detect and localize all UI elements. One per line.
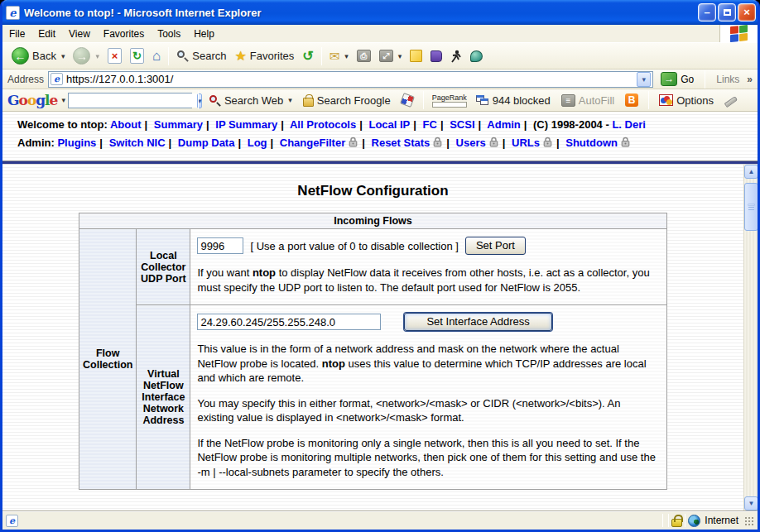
admin-link-reset-stats[interactable]: Reset Stats [372,137,431,149]
pagerank-indicator[interactable]: PageRank [430,93,469,108]
forward-button[interactable]: → ▾ [69,46,103,66]
popup-blocked-button[interactable]: 944 blocked [472,93,555,108]
search-button[interactable]: Search [172,48,230,64]
refresh-button[interactable]: ↻ [126,46,148,65]
chevron-down-icon: ▾ [642,75,647,84]
search-froogle-button[interactable]: Search Froogle [299,93,395,108]
admin-link-urls[interactable]: URLs [512,137,540,149]
admin-link-shutdown[interactable]: Shutdown [565,137,618,149]
admin-link-log[interactable]: Log [248,137,267,149]
menu-tools[interactable]: Tools [151,26,187,42]
admin-link-plugins[interactable]: Plugins [57,137,96,149]
discuss-button[interactable] [406,48,426,64]
favorites-button[interactable]: ★ Favorites [230,46,298,65]
close-button[interactable]: × [738,3,756,22]
nav-link-about[interactable]: About [110,118,142,131]
browser-viewport: Welcome to ntop: About| Summary| IP Summ… [2,112,758,510]
admin-link-dump-data[interactable]: Dump Data [178,137,235,149]
discuss-note-icon [410,50,422,62]
aim-person-icon [450,50,462,63]
mail-button[interactable]: ✉ ▾ [325,47,353,65]
internet-globe-icon [688,515,700,527]
author-link[interactable]: L. Deri [612,118,645,131]
resize-grip[interactable] [743,515,754,526]
search-web-caret-icon: ▾ [288,96,292,104]
admin-link-switch-nic[interactable]: Switch NIC [109,137,166,149]
table-header-incoming-flows: Incoming Flows [79,213,667,229]
admin-link-changefilter[interactable]: ChangeFilter [280,137,345,149]
nav-link-summary[interactable]: Summary [154,118,203,131]
nav-link-admin[interactable]: Admin [487,118,520,131]
nav-link-fc[interactable]: FC [423,118,437,131]
udp-port-hint: [ Use a port value of 0 to disable colle… [250,240,458,252]
search-icon [176,50,189,62]
back-button[interactable]: ← Back ▾ [7,46,69,66]
google-logo-caret-icon[interactable]: ▾ [61,96,65,104]
nav-link-local-ip[interactable]: Local IP [368,118,410,131]
udp-port-input[interactable] [197,237,243,254]
links-chevron-icon[interactable]: » [747,74,753,85]
menu-favorites[interactable]: Favorites [97,26,151,42]
nav-link-all-protocols[interactable]: All Protocols [290,118,356,131]
address-input[interactable] [66,73,637,85]
minimize-button[interactable]: – [698,3,716,22]
google-search-box[interactable]: ▾ [68,93,192,108]
links-label[interactable]: Links [713,74,743,85]
address-dropdown-button[interactable]: ▾ [637,72,651,87]
windows-logo-panel [719,25,758,42]
scroll-down-button[interactable]: ▼ [744,496,758,510]
google-logo[interactable]: Google [7,92,57,108]
scroll-up-button[interactable]: ▲ [744,165,758,179]
menu-edit[interactable]: Edit [31,26,62,42]
go-arrow-icon: → [661,72,677,86]
scrollbar-thumb[interactable] [744,183,758,231]
address-field[interactable]: e ▾ [48,71,653,88]
options-button[interactable]: Options [655,93,718,108]
stop-button[interactable]: × [103,46,126,65]
blogger-icon: B [625,93,638,107]
fullscreen-button[interactable]: ⤢ ▾ [375,48,406,64]
set-interface-address-button[interactable]: Set Interface Address [404,313,551,331]
news-button[interactable] [397,93,417,108]
history-button[interactable]: ↺ [298,46,317,65]
fullscreen-icon: ⤢ [379,50,393,62]
vertical-scrollbar[interactable]: ▲ ▼ [743,165,758,510]
print-icon: ⎙ [357,50,371,62]
autofill-button[interactable]: ≡ AutoFill [557,93,618,108]
minimize-icon: – [704,6,709,18]
menu-view[interactable]: View [62,26,97,42]
news-pinwheel-icon [400,93,415,108]
set-port-button[interactable]: Set Port [465,237,526,255]
status-page-icon: e [6,515,18,527]
page-icon: e [51,73,63,85]
google-search-input[interactable] [69,93,197,108]
nav-link-scsi[interactable]: SCSI [450,118,474,131]
autofill-label: AutoFill [579,94,614,107]
go-button[interactable]: → Go [657,71,697,87]
maximize-button[interactable] [718,3,736,22]
ie-page-icon: e [6,6,20,20]
highlighter-button[interactable] [720,94,742,106]
popup-blocked-count: 944 blocked [493,94,551,107]
menu-file[interactable]: File [2,26,31,42]
mail-dropdown-icon: ▾ [344,52,349,60]
nav-link-ip-summary[interactable]: IP Summary [215,118,277,131]
back-dropdown-icon[interactable]: ▾ [61,52,65,60]
aim-button[interactable] [446,48,466,65]
admin-link-users[interactable]: Users [456,137,486,149]
back-icon: ← [12,47,29,65]
search-web-button[interactable]: Search Web ▾ [204,93,296,108]
print-button[interactable]: ⎙ [353,48,375,64]
row-label-interface-address: Virtual NetFlow Interface Network Addres… [137,305,190,490]
research-button[interactable] [426,49,446,64]
pagerank-meter [432,102,467,108]
blogger-button[interactable]: B [621,92,642,108]
interface-address-description-2: You may specify this in either format, <… [197,396,658,425]
interface-address-input[interactable] [197,314,381,330]
home-button[interactable]: ⌂ [148,46,165,66]
menu-help[interactable]: Help [187,26,221,42]
interface-address-description-1: This value is in the form of a network a… [197,342,658,386]
netflow-config-table: Incoming Flows Flow Collection Local Col… [79,213,667,490]
messenger-button[interactable] [466,49,487,64]
ntop-admin-nav: Admin: Plugins| Switch NIC| Dump Data| L… [17,137,758,149]
